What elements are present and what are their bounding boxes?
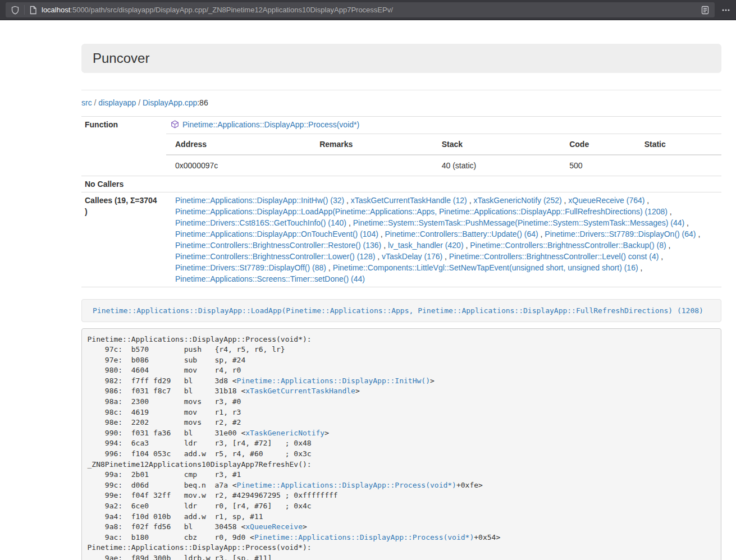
asm-line: 996: f104 053c add.w r5, r4, #60 ; 0x3c [88,449,312,458]
callee-link[interactable]: Pinetime::Applications::DisplayApp::Init… [175,196,344,205]
asm-line: 99c: d06d beq.n a7a <Pinetime::Applicati… [88,481,483,489]
asm-symbol-link[interactable]: Pinetime::Applications::DisplayApp::Proc… [237,481,456,489]
asm-line: 9a2: 6ce0 ldr r0, [r4, #76] ; 0x4c [88,502,312,510]
breadcrumb-link[interactable]: displayapp [98,98,136,107]
breadcrumb-link[interactable]: src [81,98,92,107]
asm-symbol-link[interactable]: Pinetime::Applications::DisplayApp::Proc… [254,533,474,541]
callee-link[interactable]: Pinetime::Applications::Screens::Timer::… [175,274,365,283]
callee-link[interactable]: Pinetime::Controllers::BrightnessControl… [449,252,659,261]
asm-symbol-link[interactable]: xTaskGetCurrentTaskHandle [245,387,355,395]
package-icon [171,120,179,131]
url-host: localhost [42,6,70,14]
code-value: 500 [560,155,636,176]
callee-link[interactable]: Pinetime::Applications::DisplayApp::OnTo… [175,229,378,238]
function-name-link[interactable]: Pinetime::Applications::DisplayApp::Proc… [182,120,359,129]
function-label: Function [81,117,166,176]
callee-link[interactable]: Pinetime::Applications::DisplayApp::Load… [175,207,668,216]
asm-line: 98e: 2202 movs r2, #2 [88,418,241,426]
asm-line: 980: 4604 mov r4, r0 [88,366,241,374]
callee-link[interactable]: xTaskGetCurrentTaskHandle (12) [351,196,467,205]
stats-value-row: 0x0000097c 40 (static) 500 [166,155,721,176]
col-remarks: Remarks [310,134,433,155]
asm-symbol-link[interactable]: Pinetime::Applications::DisplayApp::Init… [237,377,430,385]
asm-line: 9a4: f10d 010b add.w r1, sp, #11 [88,512,263,521]
asm-line: 990: f031 fa36 bl 31e00 <xTaskGenericNot… [88,429,329,437]
browser-toolbar: localhost:5000/path/src/displayapp/Displ… [0,0,736,20]
asm-symbol-link[interactable]: xTaskGenericNotify [245,429,324,437]
callees-list: Pinetime::Applications::DisplayApp::Init… [166,192,721,287]
callee-link[interactable]: Pinetime::Controllers::BrightnessControl… [470,241,666,250]
asm-line: 97e: b086 sub sp, #24 [88,356,246,364]
remarks-value [310,155,433,176]
static-value [636,155,721,176]
callee-link[interactable]: Pinetime::Drivers::St7789::DisplayOff() … [175,263,326,272]
asm-symbol-link[interactable]: xQueueReceive [245,522,303,531]
col-static: Static [636,134,721,155]
asm-line: Pinetime::Applications::DisplayApp::Proc… [88,335,312,343]
function-table: Function Pinetime::Applications::Display… [81,116,721,287]
url-bar[interactable]: localhost:5000/path/src/displayapp/Displ… [6,2,715,17]
disassembly-code: Pinetime::Applications::DisplayApp::Proc… [81,328,721,560]
callee-link[interactable]: xQueueReceive (764) [568,196,644,205]
highlighted-symbol-link[interactable]: Pinetime::Applications::DisplayApp::Load… [93,306,703,315]
asm-line: 99e: f04f 32ff mov.w r2, #4294967295 ; 0… [88,491,338,499]
callee-link[interactable]: Pinetime::Drivers::St7789::DisplayOn() (… [545,229,696,238]
table-row: No Callers [81,176,721,192]
stats-header-row: Address Remarks Stack Code Static [166,134,721,155]
app-header: Puncover [81,44,721,73]
col-address: Address [166,134,310,155]
address-value: 0x0000097c [166,155,310,176]
callee-link[interactable]: Pinetime::Controllers::Battery::Update()… [385,229,538,238]
callee-link[interactable]: Pinetime::Components::LittleVgl::SetNewT… [333,263,638,272]
breadcrumb-separator: / [92,98,99,107]
breadcrumb-link[interactable]: DisplayApp.cpp [143,98,197,107]
callee-link[interactable]: vTaskDelay (176) [382,252,442,261]
stack-value: 40 (static) [433,155,560,176]
callers-cell [166,176,721,192]
divider [81,90,721,90]
callee-link[interactable]: Pinetime::System::SystemTask::PushMessag… [353,218,685,227]
asm-line: Pinetime::Applications::DisplayApp::Proc… [88,543,312,552]
callees-label: Callees (19, Σ=3704 ) [81,192,166,287]
callee-link[interactable]: Pinetime::Drivers::Cst816S::GetTouchInfo… [175,218,346,227]
asm-line: 9ae: f89d 300b ldrb.w r3, [sp, #11] [88,554,272,560]
toolbar-divider [24,5,25,15]
highlighted-symbol-panel: Pinetime::Applications::DisplayApp::Load… [81,299,721,322]
url-path: :5000/path/src/displayapp/DisplayApp.cpp… [70,6,393,14]
page-icon[interactable] [29,6,37,15]
function-name-cell: Pinetime::Applications::DisplayApp::Proc… [166,117,721,134]
breadcrumb: src / displayapp / DisplayApp.cpp:86 [81,97,721,108]
breadcrumb-line-number: :86 [197,98,208,107]
callee-link[interactable]: lv_task_handler (420) [388,241,464,250]
table-row: Address Remarks Stack Code Static 0x0000… [81,134,721,176]
asm-line: 99a: 2b01 cmp r3, #1 [88,470,241,479]
reader-mode-icon[interactable] [701,6,710,15]
page-container: Puncover src / displayapp / DisplayApp.c… [81,44,721,560]
callee-link[interactable]: xTaskGenericNotify (252) [473,196,561,205]
asm-line: 9a8: f02f fd56 bl 30458 <xQueueReceive> [88,522,307,531]
asm-line: 97c: b570 push {r4, r5, r6, lr} [88,345,285,354]
callee-link[interactable]: Pinetime::Controllers::BrightnessControl… [175,252,375,261]
function-stats-cell: Address Remarks Stack Code Static 0x0000… [166,134,721,176]
table-row: Function Pinetime::Applications::Display… [81,117,721,134]
asm-line: _ZN8Pinetime12Applications10DisplayApp7R… [88,460,312,469]
function-stats-table: Address Remarks Stack Code Static 0x0000… [166,134,721,176]
asm-line: 994: 6ca3 ldr r3, [r4, #72] ; 0x48 [88,439,312,447]
breadcrumb-separator: / [136,98,143,107]
more-menu-icon[interactable] [721,6,730,15]
callee-link[interactable]: Pinetime::Controllers::BrightnessControl… [175,241,381,250]
shield-icon[interactable] [11,6,20,15]
table-row: Callees (19, Σ=3704 ) Pinetime::Applicat… [81,192,721,287]
col-code: Code [560,134,636,155]
asm-line: 98a: 2300 movs r3, #0 [88,397,241,406]
no-callers-label: No Callers [81,176,166,192]
asm-line: 9ac: b180 cbz r0, 9d0 <Pinetime::Applica… [88,533,501,541]
url-text[interactable]: localhost:5000/path/src/displayapp/Displ… [42,6,701,14]
col-stack: Stack [433,134,560,155]
asm-line: 982: f7ff fd29 bl 3d8 <Pinetime::Applica… [88,377,435,385]
asm-line: 986: f031 f8c7 bl 31b18 <xTaskGetCurrent… [88,387,360,395]
page-title: Puncover [93,51,710,66]
asm-line: 98c: 4619 mov r1, r3 [88,408,241,416]
